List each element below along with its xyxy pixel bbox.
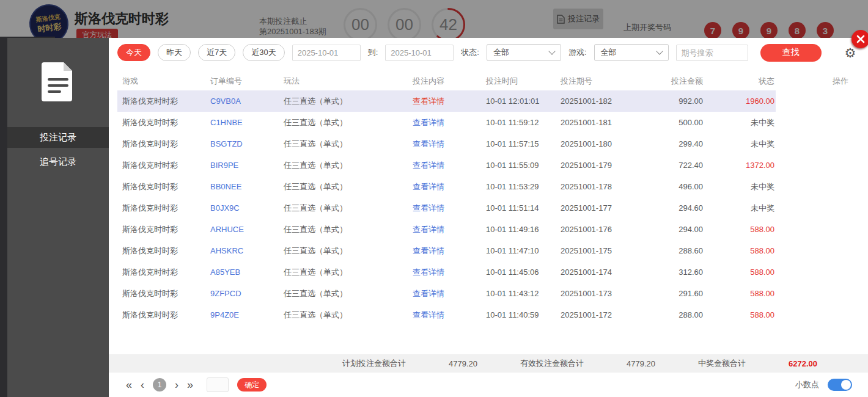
- chevron-down-icon: [656, 48, 663, 54]
- bet-records-modal: 投注记录 追号记录 今天 昨天 近7天 近30天 到: 状态: 全部 游戏: 全…: [7, 38, 868, 397]
- cell-amount: 288.60: [629, 246, 704, 255]
- range-7days-button[interactable]: 近7天: [198, 44, 235, 61]
- order-number-link[interactable]: 9ZFPCD: [205, 289, 279, 298]
- table-row: 斯洛伐克时时彩 9ZFPCD 任三直选（单式） 查看详情 10-01 11:43…: [117, 283, 868, 304]
- prev-page-icon[interactable]: ‹: [141, 379, 144, 390]
- cell-status: 588.00: [704, 310, 776, 319]
- view-detail-link[interactable]: 查看详情: [408, 267, 481, 278]
- cell-period: 20251001-178: [556, 182, 629, 191]
- cell-bet-time: 10-01 11:51:14: [481, 203, 556, 213]
- page-jump-confirm-button[interactable]: 确定: [237, 378, 267, 392]
- valid-total-label: 有效投注金额合计: [520, 358, 584, 369]
- search-button[interactable]: 查找: [760, 44, 822, 62]
- date-from-input[interactable]: [292, 45, 361, 61]
- cell-status: 1960.00: [704, 97, 776, 106]
- col-header-game: 游戏: [117, 76, 205, 87]
- plan-total-value: 4779.20: [449, 359, 477, 368]
- view-detail-link[interactable]: 查看详情: [408, 117, 481, 128]
- order-number-link[interactable]: AHSKRC: [205, 246, 279, 255]
- order-number-link[interactable]: C9VB0A: [205, 97, 279, 106]
- game-select-value: 全部: [601, 47, 617, 58]
- cell-amount: 312.60: [629, 268, 704, 277]
- status-filter-label: 状态:: [461, 47, 479, 58]
- decimal-toggle[interactable]: [828, 379, 852, 391]
- date-to-input[interactable]: [385, 45, 454, 61]
- decimal-toggle-label: 小数点: [795, 379, 819, 390]
- cell-bet-time: 10-01 11:55:09: [481, 161, 556, 170]
- order-number-link[interactable]: C1HNBE: [205, 118, 279, 127]
- cell-game: 斯洛伐克时时彩: [117, 224, 205, 235]
- order-number-link[interactable]: A85YEB: [205, 268, 279, 277]
- cell-bet-time: 10-01 11:43:12: [481, 289, 556, 298]
- cell-bet-time: 10-01 11:49:16: [481, 225, 556, 234]
- cell-game: 斯洛伐克时时彩: [117, 139, 205, 150]
- col-header-time: 投注时间: [481, 76, 556, 87]
- gear-icon[interactable]: ⚙: [845, 46, 856, 59]
- cell-status: 未中奖: [704, 181, 776, 192]
- cell-amount: 992.00: [629, 97, 704, 106]
- table-row: 斯洛伐克时时彩 BIR9PE 任三直选（单式） 查看详情 10-01 11:55…: [117, 155, 868, 176]
- cell-play-type: 任三直选（单式）: [279, 181, 408, 192]
- cell-status: 未中奖: [704, 203, 776, 214]
- col-header-ops: 操作: [776, 76, 863, 87]
- range-yesterday-button[interactable]: 昨天: [158, 44, 191, 61]
- close-button[interactable]: [851, 30, 868, 48]
- cell-game: 斯洛伐克时时彩: [117, 181, 205, 192]
- cell-bet-time: 10-01 11:40:59: [481, 310, 556, 319]
- view-detail-link[interactable]: 查看详情: [408, 181, 481, 192]
- col-header-status: 状态: [704, 76, 776, 87]
- view-detail-link[interactable]: 查看详情: [408, 203, 481, 214]
- range-today-button[interactable]: 今天: [117, 44, 150, 61]
- next-page-icon[interactable]: ›: [175, 379, 178, 390]
- cell-game: 斯洛伐克时时彩: [117, 160, 205, 171]
- last-page-icon[interactable]: »: [187, 379, 193, 390]
- table-row: 斯洛伐克时时彩 C1HNBE 任三直选（单式） 查看详情 10-01 11:59…: [117, 112, 868, 133]
- records-document-icon: [40, 61, 76, 101]
- cell-period: 20251001-182: [556, 97, 629, 106]
- cell-play-type: 任三直选（单式）: [279, 310, 408, 321]
- order-number-link[interactable]: ARHUCE: [205, 225, 279, 234]
- close-icon: [856, 35, 865, 43]
- current-page-indicator[interactable]: 1: [153, 378, 166, 392]
- col-header-order: 订单编号: [205, 76, 279, 87]
- cell-amount: 294.00: [629, 225, 704, 234]
- game-select[interactable]: 全部: [594, 44, 669, 61]
- view-detail-link[interactable]: 查看详情: [408, 160, 481, 171]
- view-detail-link[interactable]: 查看详情: [408, 310, 481, 321]
- cell-period: 20251001-173: [556, 289, 629, 298]
- view-detail-link[interactable]: 查看详情: [408, 288, 481, 299]
- range-30days-button[interactable]: 近30天: [243, 44, 284, 61]
- plan-total-label: 计划投注金额合计: [342, 358, 406, 369]
- first-page-icon[interactable]: «: [126, 379, 132, 390]
- win-total-value: 6272.00: [789, 359, 817, 368]
- cell-period: 20251001-179: [556, 161, 629, 170]
- view-detail-link[interactable]: 查看详情: [408, 246, 481, 257]
- table-row: 斯洛伐克时时彩 BSGTZD 任三直选（单式） 查看详情 10-01 11:57…: [117, 133, 868, 155]
- order-number-link[interactable]: BIR9PE: [205, 161, 279, 170]
- sidebar-item-chase-records[interactable]: 追号记录: [7, 151, 109, 172]
- sidebar-item-bet-records[interactable]: 投注记录: [7, 127, 109, 148]
- order-number-link[interactable]: BSGTZD: [205, 139, 279, 148]
- table-row: 斯洛伐克时时彩 A85YEB 任三直选（单式） 查看详情 10-01 11:45…: [117, 261, 868, 283]
- view-detail-link[interactable]: 查看详情: [408, 96, 481, 107]
- cell-play-type: 任三直选（单式）: [279, 96, 408, 107]
- view-detail-link[interactable]: 查看详情: [408, 139, 481, 150]
- table-row: 斯洛伐克时时彩 BB0NEE 任三直选（单式） 查看详情 10-01 11:53…: [117, 176, 868, 197]
- order-number-link[interactable]: 9P4Z0E: [205, 310, 279, 319]
- order-number-link[interactable]: BB0NEE: [205, 182, 279, 191]
- cell-amount: 291.60: [629, 289, 704, 298]
- cell-period: 20251001-174: [556, 268, 629, 277]
- period-search-input[interactable]: [676, 45, 748, 61]
- order-number-link[interactable]: B0JX9C: [205, 203, 279, 213]
- modal-sidebar: 投注记录 追号记录: [7, 38, 109, 397]
- view-detail-link[interactable]: 查看详情: [408, 224, 481, 235]
- cell-period: 20251001-180: [556, 139, 629, 148]
- cell-period: 20251001-175: [556, 246, 629, 255]
- cell-period: 20251001-176: [556, 225, 629, 234]
- cell-bet-time: 10-01 11:47:10: [481, 246, 556, 255]
- page-jump-input[interactable]: [207, 377, 229, 392]
- chevron-down-icon: [548, 48, 555, 54]
- cell-game: 斯洛伐克时时彩: [117, 96, 205, 107]
- status-select[interactable]: 全部: [487, 44, 561, 61]
- cell-status: 588.00: [704, 268, 776, 277]
